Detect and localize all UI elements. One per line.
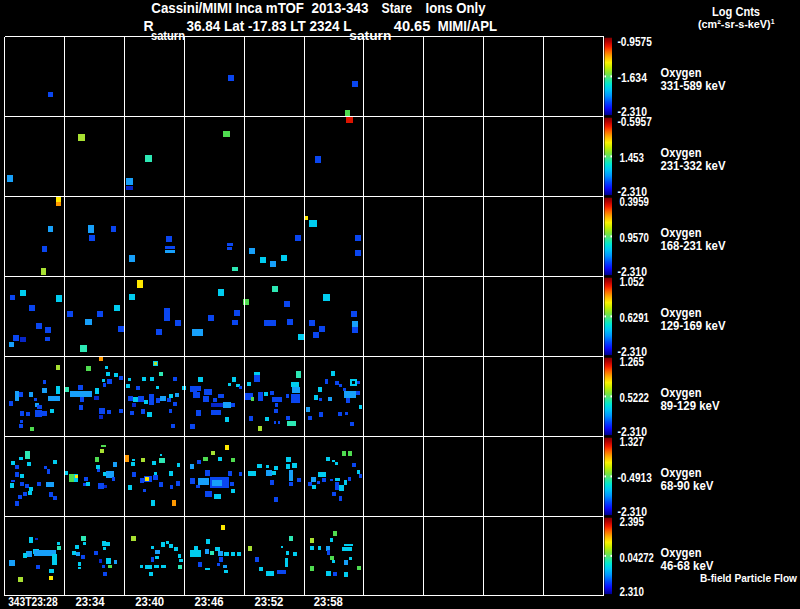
svg-text:23:46: 23:46 (195, 595, 224, 609)
svg-text:Ions Only: Ions Only (426, 0, 486, 16)
svg-text:Log Cnts: Log Cnts (712, 5, 760, 19)
svg-text:23:58: 23:58 (314, 595, 343, 609)
svg-text:-0.9575: -0.9575 (618, 35, 653, 49)
svg-text:-1.634: -1.634 (618, 71, 648, 85)
svg-text:B-field Particle Flow: B-field Particle Flow (700, 572, 797, 584)
svg-text:Oxygen: Oxygen (661, 466, 702, 480)
svg-text:36.84 Lat -17.83 LT 2324 L: 36.84 Lat -17.83 LT 2324 L (187, 18, 352, 34)
svg-text:343T23:28: 343T23:28 (8, 595, 58, 609)
svg-text:Oxygen: Oxygen (661, 386, 702, 400)
svg-text:saturn: saturn (151, 28, 185, 43)
svg-text:1.327: 1.327 (620, 435, 645, 449)
svg-text:0.3959: 0.3959 (620, 195, 650, 209)
svg-text:1.052: 1.052 (620, 275, 645, 289)
svg-text:2.310: 2.310 (620, 585, 645, 599)
svg-text:89-129 keV: 89-129 keV (661, 399, 721, 413)
svg-text:0.6291: 0.6291 (620, 311, 650, 325)
svg-text:168-231 keV: 168-231 keV (661, 239, 727, 253)
svg-text:231-332 keV: 231-332 keV (661, 159, 727, 173)
svg-text:Oxygen: Oxygen (661, 546, 702, 560)
svg-text:MIMI/APL: MIMI/APL (438, 18, 498, 34)
svg-text:Cassini/MIMI Inca mTOF: Cassini/MIMI Inca mTOF (151, 0, 304, 16)
svg-text:-0.4913: -0.4913 (618, 471, 653, 485)
svg-text:1.265: 1.265 (620, 355, 645, 369)
svg-text:23:34: 23:34 (76, 595, 105, 609)
svg-text:Oxygen: Oxygen (661, 226, 702, 240)
svg-text:Oxygen: Oxygen (661, 306, 702, 320)
svg-text:(cm²-sr-s-keV)1: (cm²-sr-s-keV)1 (698, 18, 775, 30)
svg-text:0.5222: 0.5222 (620, 391, 650, 405)
svg-text:23:52: 23:52 (254, 595, 283, 609)
svg-text:Stare: Stare (382, 0, 413, 16)
svg-text:-0.5957: -0.5957 (618, 115, 653, 129)
svg-text:40.65: 40.65 (394, 18, 431, 34)
svg-text:saturn: saturn (349, 28, 391, 43)
svg-text:Oxygen: Oxygen (661, 146, 702, 160)
svg-text:68-90 keV: 68-90 keV (661, 479, 715, 493)
svg-text:Oxygen: Oxygen (661, 66, 702, 80)
svg-text:2.395: 2.395 (620, 515, 645, 529)
svg-text:23:40: 23:40 (135, 595, 164, 609)
svg-text:0.04272: 0.04272 (620, 551, 655, 565)
svg-text:2013-343: 2013-343 (312, 0, 369, 16)
svg-text:0.9570: 0.9570 (620, 231, 650, 245)
svg-text:1.453: 1.453 (620, 151, 645, 165)
svg-text:129-169 keV: 129-169 keV (661, 319, 727, 333)
svg-text:331-589 keV: 331-589 keV (661, 79, 727, 93)
